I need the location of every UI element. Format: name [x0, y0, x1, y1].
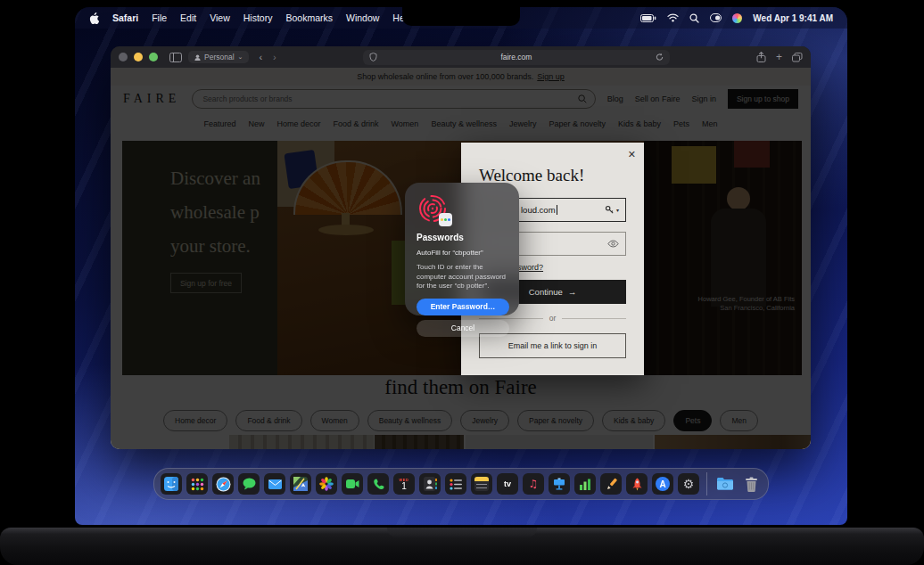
- sidebar-toggle-icon[interactable]: [169, 53, 182, 62]
- safari-compass-glyph: [216, 477, 231, 492]
- photos-pinwheel-glyph: [319, 477, 334, 491]
- new-tab-icon[interactable]: +: [776, 52, 782, 62]
- display-notch: [402, 7, 520, 26]
- pages-pen-glyph: [605, 478, 617, 490]
- passwords-app-badge: [439, 213, 452, 226]
- siri-intelligence-icon[interactable]: [732, 13, 742, 23]
- rocket-glyph: [631, 478, 643, 491]
- apple-logo-glyph: [89, 12, 99, 24]
- tab-overview-icon[interactable]: [792, 53, 803, 62]
- menubar-clock[interactable]: Wed Apr 1 9:41 AM: [753, 13, 833, 23]
- safari-toolbar: Personal ⌄ ‹ › faire.com: [111, 46, 811, 68]
- maps-app-icon[interactable]: [290, 473, 311, 495]
- wifi-icon[interactable]: [667, 13, 679, 22]
- email-link-signin-button[interactable]: Email me a link to sign in: [479, 333, 626, 358]
- messages-app-icon[interactable]: [238, 473, 260, 495]
- numbers-app-icon[interactable]: [574, 473, 596, 495]
- reminders-app-icon[interactable]: [445, 473, 466, 495]
- profile-switcher[interactable]: Personal ⌄: [188, 51, 249, 63]
- show-password-eye-icon[interactable]: [607, 240, 619, 248]
- app-store-glyph: A: [656, 477, 670, 491]
- numbers-bars-glyph: [579, 479, 591, 490]
- system-settings-app-icon[interactable]: ⚙: [678, 473, 699, 495]
- dialog-app-name: Passwords: [417, 233, 509, 242]
- lid-opening-notch: [387, 528, 537, 537]
- trash-bin-glyph: [745, 477, 758, 492]
- notes-app-icon[interactable]: [471, 473, 492, 495]
- window-zoom-button[interactable]: [149, 53, 158, 61]
- maps-glyph: [293, 477, 308, 491]
- contacts-glyph: [423, 477, 437, 491]
- menubar-item-history[interactable]: History: [243, 12, 273, 23]
- trash-icon[interactable]: [740, 473, 762, 495]
- apple-menu-icon[interactable]: [89, 12, 99, 24]
- app-store-app-icon[interactable]: A: [652, 473, 673, 495]
- launchpad-app-icon[interactable]: [186, 473, 208, 495]
- window-minimize-button[interactable]: [134, 53, 143, 61]
- notes-glyph: [474, 477, 489, 491]
- reload-icon[interactable]: [656, 53, 664, 61]
- profile-person-icon: [194, 54, 201, 61]
- dialog-autofill-line: AutoFill for “cbpotter”: [417, 249, 509, 257]
- modal-close-icon[interactable]: ✕: [628, 149, 636, 160]
- safari-app-icon[interactable]: [212, 473, 234, 495]
- profile-label: Personal: [204, 53, 235, 61]
- text-caret: [557, 205, 557, 215]
- spotlight-search-icon[interactable]: [689, 13, 699, 23]
- dialog-body-text: Touch ID or enter the computer account p…: [417, 263, 509, 291]
- dock-divider: [706, 472, 707, 495]
- dock: WED 1: [153, 468, 769, 500]
- phone-app-icon[interactable]: [367, 473, 389, 495]
- menubar-item-edit[interactable]: Edit: [180, 12, 196, 23]
- menubar-item-window[interactable]: Window: [346, 12, 379, 23]
- phone-handset-glyph: [372, 478, 385, 491]
- address-bar[interactable]: faire.com: [363, 50, 670, 65]
- folder-glyph: [716, 477, 734, 491]
- privacy-shield-icon: [369, 53, 377, 61]
- touchid-autofill-dialog: Passwords AutoFill for “cbpotter” Touch …: [405, 183, 519, 315]
- mail-envelope-glyph: [268, 479, 282, 489]
- menubar-item-file[interactable]: File: [152, 12, 167, 23]
- calendar-app-icon[interactable]: WED 1: [393, 473, 415, 495]
- pages-app-icon[interactable]: [600, 473, 622, 495]
- email-value: loud.com: [521, 205, 556, 215]
- battery-icon[interactable]: [640, 14, 656, 22]
- facetime-app-icon[interactable]: [342, 473, 363, 495]
- tv-app-icon[interactable]: tv: [497, 473, 518, 495]
- launchpad-glyph: [191, 478, 204, 491]
- back-button[interactable]: ‹: [259, 52, 262, 62]
- chevron-down-icon: ⌄: [238, 53, 243, 61]
- menubar-item-view[interactable]: View: [210, 12, 230, 23]
- chevron-down-icon: ▾: [616, 207, 619, 213]
- downloads-folder-icon[interactable]: [714, 473, 736, 495]
- macbook-desktop: Safari File Edit View History Bookmarks …: [0, 0, 924, 565]
- music-note-glyph: ♫: [529, 479, 539, 489]
- window-close-button[interactable]: [119, 53, 128, 61]
- messages-bubble-glyph: [243, 478, 256, 490]
- mail-app-icon[interactable]: [264, 473, 285, 495]
- continue-label: Continue: [529, 287, 563, 297]
- gear-icon: ⚙: [683, 478, 695, 490]
- control-center-icon[interactable]: [710, 13, 722, 22]
- keynote-podium-glyph: [553, 478, 565, 490]
- music-app-icon[interactable]: ♫: [523, 473, 544, 495]
- forward-button[interactable]: ›: [273, 52, 276, 62]
- touchid-fingerprint-icon: [417, 192, 449, 225]
- reminders-glyph: [450, 479, 463, 490]
- url-text: faire.com: [377, 53, 656, 61]
- cancel-button[interactable]: Cancel: [417, 320, 509, 337]
- arrow-right-icon: →: [568, 287, 577, 297]
- rocket-app-icon[interactable]: [626, 473, 648, 495]
- keynote-app-icon[interactable]: [549, 473, 570, 495]
- photos-app-icon[interactable]: [316, 473, 337, 495]
- menubar-item-bookmarks[interactable]: Bookmarks: [285, 12, 333, 23]
- facetime-camera-glyph: [346, 479, 359, 488]
- finder-app-icon[interactable]: [161, 473, 182, 495]
- calendar-glyph: WED 1: [400, 478, 409, 491]
- enter-password-button[interactable]: Enter Password…: [417, 299, 509, 315]
- macbook-base: [0, 528, 924, 565]
- share-icon[interactable]: [756, 52, 766, 62]
- menubar-app-name[interactable]: Safari: [112, 12, 138, 23]
- contacts-app-icon[interactable]: [419, 473, 441, 495]
- passwords-key-icon[interactable]: [605, 205, 615, 215]
